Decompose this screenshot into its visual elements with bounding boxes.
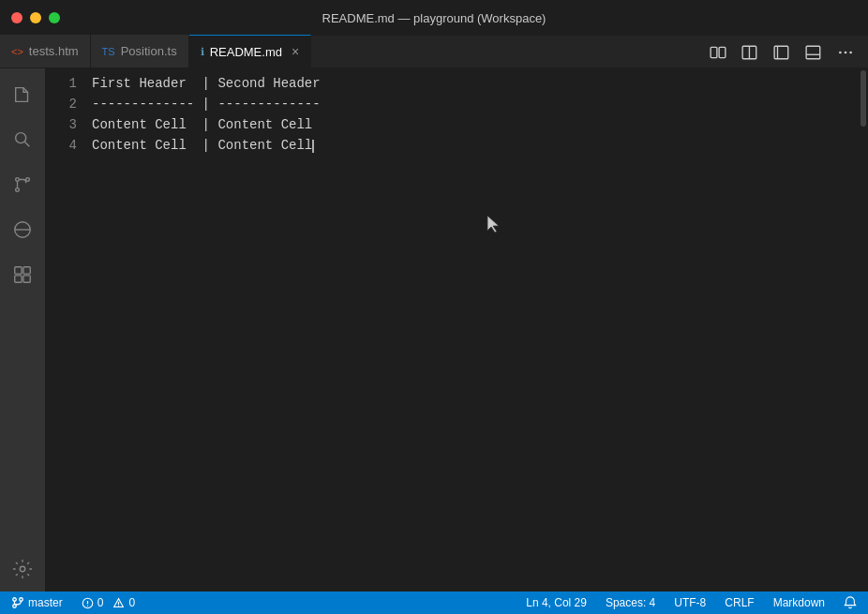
gear-icon bbox=[11, 558, 34, 580]
sidebar-item-explorer[interactable] bbox=[0, 72, 45, 117]
scrollbar-thumb[interactable] bbox=[861, 70, 866, 127]
no-entry-icon bbox=[11, 218, 34, 241]
svg-rect-21 bbox=[23, 276, 30, 282]
code-line-4: 4 Content Cell | Content Cell bbox=[45, 138, 868, 158]
sidebar-item-search[interactable] bbox=[0, 117, 45, 162]
line-content-1: First Header | Second Header bbox=[92, 76, 321, 91]
tab-bar: <> tests.htm TS Position.ts ℹ README.md … bbox=[0, 36, 868, 68]
git-icon bbox=[11, 173, 34, 196]
branch-name: master bbox=[28, 596, 63, 609]
line-number-3: 3 bbox=[45, 117, 92, 132]
line-number-1: 1 bbox=[45, 76, 92, 91]
title-bar: README.md — playground (Workspace) bbox=[0, 0, 868, 36]
line-number-2: 2 bbox=[45, 97, 92, 112]
encoding[interactable]: UTF-8 bbox=[670, 592, 710, 614]
notifications-bell[interactable] bbox=[840, 592, 861, 614]
activity-bar bbox=[0, 68, 45, 592]
svg-line-12 bbox=[24, 142, 29, 146]
scrollbar[interactable] bbox=[859, 68, 868, 592]
split-editor-button[interactable] bbox=[735, 37, 765, 67]
svg-rect-4 bbox=[774, 46, 788, 59]
open-preview-button[interactable] bbox=[703, 37, 733, 67]
status-right: Ln 4, Col 29 Spaces: 4 UTF-8 CRLF Markdo… bbox=[522, 592, 861, 614]
tab-tests-htm[interactable]: <> tests.htm bbox=[0, 35, 91, 67]
language-mode[interactable]: Markdown bbox=[770, 592, 829, 614]
mouse-cursor bbox=[486, 214, 501, 234]
encoding-text: UTF-8 bbox=[674, 596, 706, 609]
svg-rect-20 bbox=[15, 276, 22, 282]
sidebar-item-source-control[interactable] bbox=[0, 162, 45, 207]
editor-area: 1 First Header | Second Header 2 -------… bbox=[45, 68, 868, 592]
window-title: README.md — playground (Workspace) bbox=[322, 11, 546, 25]
svg-point-30 bbox=[118, 605, 119, 606]
error-count: 0 bbox=[97, 596, 104, 609]
svg-rect-0 bbox=[711, 47, 717, 57]
bell-icon bbox=[844, 596, 857, 609]
svg-point-23 bbox=[13, 598, 17, 602]
tab-close-button[interactable]: × bbox=[292, 44, 299, 59]
git-branch-icon bbox=[11, 596, 24, 609]
html-icon: <> bbox=[11, 46, 23, 57]
svg-point-13 bbox=[16, 178, 20, 182]
file-icon bbox=[11, 83, 34, 106]
svg-point-28 bbox=[87, 605, 88, 606]
sidebar-item-extensions[interactable] bbox=[0, 252, 45, 297]
svg-point-8 bbox=[839, 52, 842, 54]
minimize-button[interactable] bbox=[30, 12, 41, 23]
errors-status[interactable]: 0 0 bbox=[78, 592, 139, 614]
svg-point-9 bbox=[845, 52, 847, 54]
info-icon: ℹ bbox=[201, 46, 204, 58]
indentation[interactable]: Spaces: 4 bbox=[602, 592, 659, 614]
line-content-3: Content Cell | Content Cell bbox=[92, 117, 312, 132]
status-left: master 0 0 bbox=[7, 592, 139, 614]
position-text: Ln 4, Col 29 bbox=[526, 596, 587, 609]
svg-rect-19 bbox=[23, 267, 30, 274]
toggle-sidebar-button[interactable] bbox=[767, 37, 797, 67]
tab-label-readme-md: README.md bbox=[210, 45, 282, 59]
svg-point-10 bbox=[849, 52, 852, 54]
line-ending[interactable]: CRLF bbox=[721, 592, 757, 614]
svg-point-15 bbox=[16, 188, 20, 192]
code-line-2: 2 ------------- | ------------- bbox=[45, 97, 868, 117]
line-ending-text: CRLF bbox=[725, 596, 754, 609]
code-line-3: 3 Content Cell | Content Cell bbox=[45, 117, 868, 138]
tab-readme-md[interactable]: ℹ README.md × bbox=[189, 35, 311, 67]
svg-point-11 bbox=[16, 133, 26, 143]
svg-point-22 bbox=[20, 566, 25, 572]
status-bar: master 0 0 Ln 4, Col 29 Spaces: 4 UTF-8 bbox=[0, 592, 868, 614]
maximize-button[interactable] bbox=[49, 12, 60, 23]
tab-position-ts[interactable]: TS Position.ts bbox=[91, 35, 189, 67]
spaces-text: Spaces: 4 bbox=[606, 596, 655, 609]
search-icon bbox=[11, 128, 34, 151]
warning-count: 0 bbox=[128, 596, 135, 609]
svg-rect-1 bbox=[719, 47, 726, 57]
error-icon bbox=[82, 597, 94, 609]
svg-point-14 bbox=[26, 178, 30, 182]
svg-rect-6 bbox=[806, 46, 820, 59]
code-line-1: 1 First Header | Second Header bbox=[45, 76, 868, 97]
cursor-position[interactable]: Ln 4, Col 29 bbox=[522, 592, 591, 614]
warning-icon bbox=[112, 597, 125, 609]
close-button[interactable] bbox=[11, 12, 22, 23]
branch-status[interactable]: master bbox=[7, 592, 67, 614]
text-cursor bbox=[312, 140, 314, 153]
tab-label-position-ts: Position.ts bbox=[121, 44, 177, 58]
extensions-icon bbox=[11, 263, 34, 286]
line-number-4: 4 bbox=[45, 138, 92, 153]
traffic-lights bbox=[11, 12, 60, 23]
sidebar-item-no-entry[interactable] bbox=[0, 207, 45, 252]
sidebar-item-settings[interactable] bbox=[0, 547, 45, 592]
tab-label-tests-htm: tests.htm bbox=[29, 44, 79, 58]
language-text: Markdown bbox=[773, 596, 825, 609]
ts-icon: TS bbox=[102, 46, 115, 57]
line-content-4: Content Cell | Content Cell bbox=[92, 138, 314, 153]
toggle-panel-button[interactable] bbox=[799, 37, 829, 67]
svg-rect-18 bbox=[15, 267, 22, 274]
code-editor[interactable]: 1 First Header | Second Header 2 -------… bbox=[45, 68, 868, 592]
svg-point-25 bbox=[20, 598, 23, 602]
line-content-2: ------------- | ------------- bbox=[92, 97, 321, 112]
more-actions-button[interactable] bbox=[831, 37, 861, 67]
